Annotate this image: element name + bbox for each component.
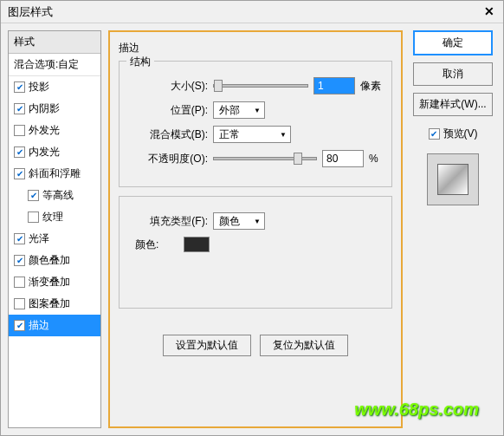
preview-checkbox-row[interactable]: 预览(V)	[429, 127, 478, 141]
blendmode-label: 混合模式(B):	[130, 127, 208, 142]
size-input[interactable]	[313, 77, 355, 94]
position-dropdown[interactable]: 外部	[213, 101, 265, 119]
close-icon[interactable]: ✕	[481, 3, 498, 19]
style-item-8[interactable]: 颜色叠加	[9, 250, 100, 271]
opacity-unit: %	[369, 153, 378, 165]
opacity-label: 不透明度(O):	[130, 152, 208, 166]
size-label: 大小(S):	[130, 79, 208, 94]
size-row: 大小(S): 像素	[130, 77, 381, 94]
style-item-label: 外发光	[29, 123, 60, 138]
style-item-10[interactable]: 图案叠加	[9, 293, 100, 315]
style-item-label: 斜面和浮雕	[29, 166, 81, 181]
structure-fieldset: 描边 结构 大小(S): 像素 位置(P): 外部 混合模式(B):	[119, 41, 392, 356]
set-default-button[interactable]: 设置为默认值	[163, 335, 251, 356]
preview-label: 预览(V)	[443, 127, 478, 141]
color-label: 颜色:	[135, 238, 178, 252]
style-checkbox[interactable]	[28, 211, 39, 223]
options-panel: 描边 结构 大小(S): 像素 位置(P): 外部 混合模式(B):	[108, 30, 403, 428]
style-item-label: 图案叠加	[29, 296, 70, 311]
blendmode-row: 混合模式(B): 正常	[130, 126, 381, 143]
style-item-2[interactable]: 外发光	[9, 120, 100, 141]
styles-header[interactable]: 样式	[9, 31, 100, 54]
style-item-7[interactable]: 光泽	[9, 228, 100, 250]
style-item-label: 颜色叠加	[29, 253, 70, 268]
style-checkbox[interactable]	[14, 298, 25, 309]
blendmode-dropdown[interactable]: 正常	[213, 126, 291, 143]
style-checkbox[interactable]	[14, 81, 25, 93]
filltype-row: 填充类型(F): 颜色	[130, 212, 381, 230]
opacity-row: 不透明度(O): %	[130, 150, 381, 167]
preview-box	[427, 153, 479, 205]
style-item-4[interactable]: 斜面和浮雕	[9, 163, 100, 185]
style-checkbox[interactable]	[14, 320, 25, 331]
reset-default-button[interactable]: 复位为默认值	[260, 335, 348, 356]
color-row: 颜色:	[130, 237, 381, 252]
style-item-11[interactable]: 描边	[9, 315, 100, 336]
position-row: 位置(P): 外部	[130, 101, 381, 119]
filltype-dropdown[interactable]: 颜色	[213, 212, 265, 230]
preview-checkbox[interactable]	[429, 128, 440, 140]
style-checkbox[interactable]	[14, 125, 25, 136]
style-item-label: 描边	[29, 318, 49, 333]
ok-button[interactable]: 确定	[413, 30, 493, 55]
style-item-3[interactable]: 内发光	[9, 141, 100, 163]
style-item-6[interactable]: 纹理	[9, 206, 100, 228]
style-item-label: 内发光	[29, 145, 60, 159]
style-checkbox[interactable]	[14, 255, 25, 266]
opacity-input[interactable]	[322, 150, 364, 167]
default-buttons-row: 设置为默认值 复位为默认值	[119, 335, 392, 356]
style-checkbox[interactable]	[14, 277, 25, 288]
window-title: 图层样式	[8, 4, 53, 20]
style-checkbox[interactable]	[14, 103, 25, 114]
style-checkbox[interactable]	[28, 190, 39, 201]
structure-legend: 结构	[126, 55, 154, 69]
style-item-1[interactable]: 内阴影	[9, 98, 100, 120]
style-item-label: 渐变叠加	[29, 275, 70, 290]
filltype-label: 填充类型(F):	[130, 214, 208, 229]
style-item-label: 光泽	[29, 231, 49, 246]
size-slider[interactable]	[213, 84, 308, 88]
fill-group: 填充类型(F): 颜色 颜色:	[119, 196, 392, 309]
right-panel: 确定 取消 新建样式(W)... 预览(V)	[410, 30, 496, 428]
layer-style-dialog: 图层样式 ✕ 样式 混合选项:自定 投影内阴影外发光内发光斜面和浮雕等高线纹理光…	[0, 0, 504, 436]
watermark: www.68ps.com	[354, 400, 479, 420]
style-item-label: 纹理	[42, 210, 63, 225]
panel-title: 描边	[119, 41, 392, 55]
style-item-9[interactable]: 渐变叠加	[9, 271, 100, 293]
position-label: 位置(P):	[130, 103, 208, 118]
styles-list-panel: 样式 混合选项:自定 投影内阴影外发光内发光斜面和浮雕等高线纹理光泽颜色叠加渐变…	[8, 30, 101, 428]
style-item-label: 等高线	[42, 188, 74, 203]
style-item-5[interactable]: 等高线	[9, 185, 100, 206]
style-checkbox[interactable]	[14, 146, 25, 158]
new-style-button[interactable]: 新建样式(W)...	[413, 93, 493, 116]
cancel-button[interactable]: 取消	[413, 62, 493, 86]
blend-options-row[interactable]: 混合选项:自定	[9, 54, 100, 76]
opacity-slider[interactable]	[213, 157, 317, 160]
style-checkbox[interactable]	[14, 233, 25, 244]
style-item-label: 投影	[29, 80, 49, 94]
style-item-label: 内阴影	[29, 101, 60, 116]
preview-thumbnail	[437, 164, 468, 195]
size-unit: 像素	[360, 79, 381, 94]
titlebar: 图层样式 ✕	[1, 1, 503, 23]
color-swatch[interactable]	[184, 237, 210, 252]
style-checkbox[interactable]	[14, 168, 25, 179]
content: 样式 混合选项:自定 投影内阴影外发光内发光斜面和浮雕等高线纹理光泽颜色叠加渐变…	[1, 23, 503, 435]
structure-group: 结构 大小(S): 像素 位置(P): 外部 混合模式(B): 正常	[119, 61, 392, 187]
style-item-0[interactable]: 投影	[9, 76, 100, 98]
